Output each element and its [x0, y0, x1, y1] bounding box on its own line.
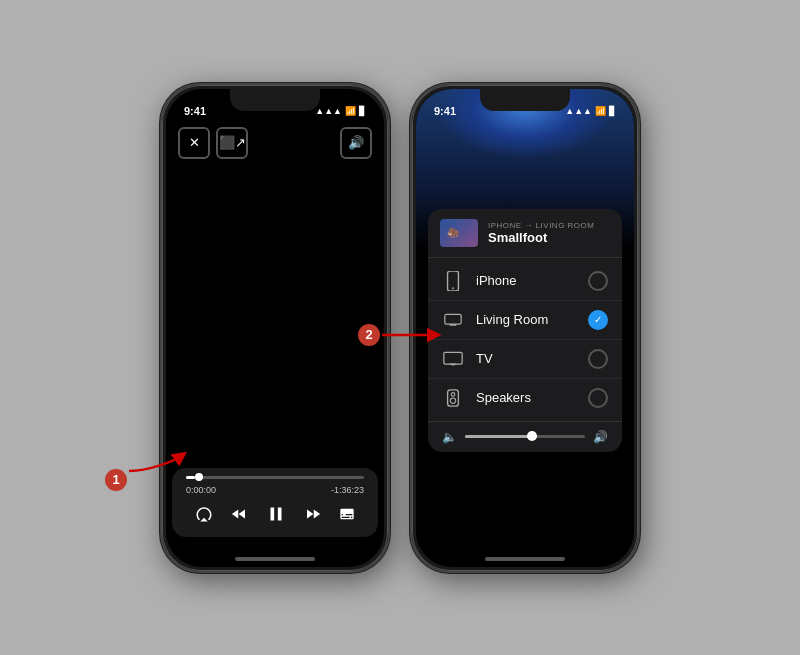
main-container: 9:41 ▲▲▲ 📶 ▊ ✕ ⬛↗ 🔊: [0, 0, 800, 655]
status-icons-1: ▲▲▲ 📶 ▊: [315, 106, 366, 116]
svg-text:🦣: 🦣: [447, 225, 460, 238]
ap-thumbnail: 🦣: [440, 219, 478, 247]
airplay-button[interactable]: [195, 505, 213, 526]
notch2: [480, 89, 570, 111]
svg-rect-6: [444, 352, 462, 364]
time-row: 0:00:00 -1:36:23: [186, 485, 364, 495]
svg-rect-4: [445, 314, 461, 324]
progress-handle[interactable]: [195, 473, 203, 481]
device-iphone[interactable]: iPhone: [428, 262, 622, 301]
topbar-left: ✕ ⬛↗: [178, 127, 248, 159]
signal-icon: ▲▲▲: [315, 106, 342, 116]
airplay-panel: 🦣 iPhone → LIVING ROOM Smallfoot: [428, 209, 622, 452]
skip-back-button[interactable]: [230, 505, 248, 527]
living-room-device-name: Living Room: [476, 312, 576, 327]
time-elapsed: 0:00:00: [186, 485, 216, 495]
speakers-check: [588, 388, 608, 408]
ap-route: iPhone → LIVING ROOM: [488, 221, 610, 230]
svg-point-3: [452, 287, 454, 289]
battery-icon-2: ▊: [609, 106, 616, 116]
phone1-wrapper: 9:41 ▲▲▲ 📶 ▊ ✕ ⬛↗ 🔊: [160, 83, 390, 573]
ap-header: 🦣 iPhone → LIVING ROOM Smallfoot: [428, 209, 622, 258]
home-indicator-1: [235, 557, 315, 561]
phone2-wrapper: 9:41 ▲▲▲ 📶 ▊: [410, 83, 640, 573]
ap-now-playing: Smallfoot: [488, 230, 610, 245]
speakers-device-name: Speakers: [476, 390, 576, 405]
wifi-icon: 📶: [345, 106, 356, 116]
phone2-screen: 🦣 iPhone → LIVING ROOM Smallfoot: [416, 89, 634, 567]
tv-check: [588, 349, 608, 369]
ap-volume: 🔈 🔊: [428, 421, 622, 452]
appletv-icon: [442, 313, 464, 327]
device-speakers[interactable]: Speakers: [428, 379, 622, 417]
phone1-inner: 9:41 ▲▲▲ 📶 ▊ ✕ ⬛↗ 🔊: [166, 89, 384, 567]
volume-bar[interactable]: [465, 435, 585, 438]
iphone-check: [588, 271, 608, 291]
volume-handle[interactable]: [527, 431, 537, 441]
status-icons-2: ▲▲▲ 📶 ▊: [565, 106, 616, 116]
phone2: 9:41 ▲▲▲ 📶 ▊: [410, 83, 640, 573]
volume-high-icon: 🔊: [593, 430, 608, 444]
pip-button[interactable]: ⬛↗: [216, 127, 248, 159]
phone2-inner: 9:41 ▲▲▲ 📶 ▊: [416, 89, 634, 567]
close-button[interactable]: ✕: [178, 127, 210, 159]
notch1: [230, 89, 320, 111]
signal-icon-2: ▲▲▲: [565, 106, 592, 116]
phone1-screen: ✕ ⬛↗ 🔊 0:00:00 -1:36:23: [166, 89, 384, 567]
wifi-icon-2: 📶: [595, 106, 606, 116]
progress-fill: [186, 476, 195, 479]
iphone-device-icon: [442, 271, 464, 291]
volume-button[interactable]: 🔊: [340, 127, 372, 159]
status-time-2: 9:41: [434, 105, 456, 117]
home-indicator-2: [485, 557, 565, 561]
status-time-1: 9:41: [184, 105, 206, 117]
svg-point-10: [451, 392, 455, 396]
controls-row: [186, 503, 364, 529]
speaker-icon: [442, 389, 464, 407]
device-tv[interactable]: TV: [428, 340, 622, 379]
tv-device-name: TV: [476, 351, 576, 366]
living-room-check: ✓: [588, 310, 608, 330]
time-remaining: -1:36:23: [331, 485, 364, 495]
phone1-topbar: ✕ ⬛↗ 🔊: [178, 127, 372, 159]
progress-bar[interactable]: [186, 476, 364, 479]
volume-low-icon: 🔈: [442, 430, 457, 444]
subtitles-button[interactable]: [339, 506, 355, 525]
label-1: 1: [105, 469, 127, 491]
iphone-device-name: iPhone: [476, 273, 576, 288]
tv-icon: [442, 351, 464, 367]
playback-controls: 0:00:00 -1:36:23: [172, 468, 378, 537]
skip-forward-button[interactable]: [304, 505, 322, 527]
phone1: 9:41 ▲▲▲ 📶 ▊ ✕ ⬛↗ 🔊: [160, 83, 390, 573]
svg-point-11: [450, 398, 455, 403]
device-living-room[interactable]: Living Room ✓: [428, 301, 622, 340]
svg-rect-5: [450, 324, 457, 326]
battery-icon: ▊: [359, 106, 366, 116]
ap-info: iPhone → LIVING ROOM Smallfoot: [488, 221, 610, 245]
ap-device-list: iPhone: [428, 258, 622, 421]
play-pause-button[interactable]: [265, 503, 287, 529]
